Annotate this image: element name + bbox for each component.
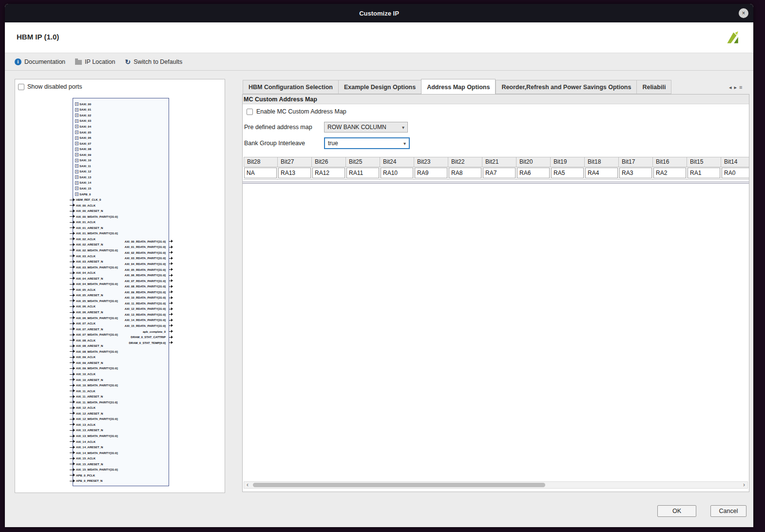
port-axi_11_wdata_parity[31:0][interactable]: AXI_11_WDATA_PARITY[31:0] (73, 399, 169, 405)
port-axi_08_wdata_parity[31:0][interactable]: AXI_08_WDATA_PARITY[31:0] (73, 349, 169, 355)
expand-plus-icon[interactable]: + (75, 175, 78, 179)
ok-button[interactable]: OK (657, 505, 696, 517)
tab-scroll-left-icon[interactable]: ◂ (729, 84, 732, 91)
port-axi_04_rdata_parity[31:0][interactable]: AXI_04_RDATA_PARITY[31:0] (73, 261, 169, 267)
port-axi_13_areset_n[interactable]: AXI_13_ARESET_N (73, 428, 169, 434)
expand-plus-icon[interactable]: + (75, 119, 78, 123)
port-saxi_08[interactable]: +SAXI_08 (73, 146, 169, 152)
port-saxi_00[interactable]: +SAXI_00 (73, 101, 169, 107)
expand-plus-icon[interactable]: + (75, 164, 78, 168)
ip-block-diagram[interactable]: +SAXI_00+SAXI_01+SAXI_02+SAXI_03+SAXI_04… (73, 98, 169, 486)
tab-hbm-configuration-selection[interactable]: HBM Configuration Selection (243, 80, 338, 94)
expand-plus-icon[interactable]: + (75, 148, 78, 151)
enable-custom-map-checkbox[interactable] (247, 109, 253, 115)
tab-reliability[interactable]: Reliabili (636, 80, 671, 94)
port-hbm_ref_clk_0[interactable]: HBM_REF_CLK_0 (73, 197, 169, 203)
port-axi_00_aclk[interactable]: AXI_00_ACLK (73, 203, 169, 209)
port-saxi_15[interactable]: +SAXI_15 (73, 186, 169, 191)
enable-custom-map-row[interactable]: Enable MC Custom Address Map (247, 108, 346, 115)
port-axi_07_rdata_parity[31:0][interactable]: AXI_07_RDATA_PARITY[31:0] (73, 278, 169, 284)
port-axi_13_aclk[interactable]: AXI_13_ACLK (73, 422, 169, 428)
port-apb_0_pclk[interactable]: APB_0_PCLK (73, 473, 169, 478)
bit-value-ra4[interactable]: RA4 (585, 168, 618, 178)
port-axi_01_aclk[interactable]: AXI_01_ACLK (73, 219, 169, 225)
expand-plus-icon[interactable]: + (75, 114, 78, 117)
bit-value-ra3[interactable]: RA3 (619, 168, 652, 178)
scrollbar-thumb[interactable] (253, 483, 545, 487)
toolbar-item-switch-to-defaults[interactable]: ↻Switch to Defaults (125, 58, 182, 65)
port-saxi_09[interactable]: +SAXI_09 (73, 152, 169, 158)
bit-value-na[interactable]: NA (244, 168, 277, 178)
show-disabled-ports-checkbox[interactable] (18, 84, 24, 90)
cancel-button[interactable]: Cancel (710, 505, 746, 517)
port-saxi_12[interactable]: +SAXI_12 (73, 169, 169, 175)
port-dram_0_stat_temp[6:0][interactable]: DRAM_0_STAT_TEMP[6:0] (73, 340, 169, 346)
port-saxi_13[interactable]: +SAXI_13 (73, 174, 169, 180)
bit-value-ra0[interactable]: RA0 (722, 168, 749, 178)
port-axi_10_wdata_parity[31:0][interactable]: AXI_10_WDATA_PARITY[31:0] (73, 382, 169, 388)
port-axi_15_rdata_parity[31:0][interactable]: AXI_15_RDATA_PARITY[31:0] (73, 323, 169, 329)
tab-reorder-refresh-power-savings[interactable]: Reorder,Refresh and Power Savings Option… (496, 80, 636, 94)
port-saxi_05[interactable]: +SAXI_05 (73, 130, 169, 135)
port-axi_08_rdata_parity[31:0][interactable]: AXI_08_RDATA_PARITY[31:0] (73, 284, 169, 289)
port-axi_13_wdata_parity[31:0][interactable]: AXI_13_WDATA_PARITY[31:0] (73, 433, 169, 439)
port-axi_09_areset_n[interactable]: AXI_09_ARESET_N (73, 360, 169, 366)
toolbar-item-documentation[interactable]: iDocumentation (15, 58, 65, 65)
port-saxi_06[interactable]: +SAXI_06 (73, 135, 169, 141)
bit-value-ra8[interactable]: RA8 (449, 168, 481, 178)
port-axi_02_rdata_parity[31:0][interactable]: AXI_02_RDATA_PARITY[31:0] (73, 250, 169, 256)
port-axi_10_rdata_parity[31:0][interactable]: AXI_10_RDATA_PARITY[31:0] (73, 295, 169, 301)
port-axi_14_wdata_parity[31:0][interactable]: AXI_14_WDATA_PARITY[31:0] (73, 450, 169, 456)
port-axi_00_areset_n[interactable]: AXI_00_ARESET_N (73, 208, 169, 214)
expand-plus-icon[interactable]: + (75, 170, 78, 173)
port-dram_0_stat_cattrip[interactable]: DRAM_0_STAT_CATTRIP (73, 334, 169, 340)
port-saxi_10[interactable]: +SAXI_10 (73, 157, 169, 163)
port-axi_00_wdata_parity[31:0][interactable]: AXI_00_WDATA_PARITY[31:0] (73, 214, 169, 220)
tab-menu-icon[interactable]: ≡ (739, 84, 742, 90)
port-axi_15_wdata_parity[31:0][interactable]: AXI_15_WDATA_PARITY[31:0] (73, 467, 169, 473)
expand-plus-icon[interactable]: + (75, 131, 78, 134)
bit-value-ra6[interactable]: RA6 (517, 168, 550, 178)
expand-plus-icon[interactable]: + (75, 142, 78, 145)
port-saxi_03[interactable]: +SAXI_03 (73, 118, 169, 124)
port-axi_10_areset_n[interactable]: AXI_10_ARESET_N (73, 377, 169, 383)
port-saxi_14[interactable]: +SAXI_14 (73, 180, 169, 186)
expand-plus-icon[interactable]: + (75, 102, 78, 106)
port-saxi_04[interactable]: +SAXI_04 (73, 124, 169, 130)
port-axi_12_aclk[interactable]: AXI_12_ACLK (73, 405, 169, 411)
port-axi_12_rdata_parity[31:0][interactable]: AXI_12_RDATA_PARITY[31:0] (73, 306, 169, 312)
port-axi_14_aclk[interactable]: AXI_14_ACLK (73, 439, 169, 445)
port-axi_09_wdata_parity[31:0][interactable]: AXI_09_WDATA_PARITY[31:0] (73, 366, 169, 372)
port-axi_14_areset_n[interactable]: AXI_14_ARESET_N (73, 444, 169, 450)
bit-value-ra11[interactable]: RA11 (346, 168, 379, 178)
port-axi_15_areset_n[interactable]: AXI_15_ARESET_N (73, 461, 169, 467)
bank-group-interleave-select[interactable]: true ▾ (324, 137, 410, 149)
expand-plus-icon[interactable]: + (75, 108, 78, 112)
port-axi_10_aclk[interactable]: AXI_10_ACLK (73, 371, 169, 377)
predefined-map-select[interactable]: ROW BANK COLUMN ▾ (324, 122, 408, 133)
port-saxi_11[interactable]: +SAXI_11 (73, 163, 169, 169)
port-axi_03_rdata_parity[31:0][interactable]: AXI_03_RDATA_PARITY[31:0] (73, 256, 169, 262)
show-disabled-ports-row[interactable]: Show disabled ports (18, 83, 82, 90)
bit-value-ra12[interactable]: RA12 (312, 168, 345, 178)
expand-plus-icon[interactable]: + (75, 159, 78, 162)
tab-example-design-options[interactable]: Example Design Options (338, 80, 421, 94)
port-axi_06_rdata_parity[31:0][interactable]: AXI_06_RDATA_PARITY[31:0] (73, 272, 169, 278)
port-axi_14_rdata_parity[31:0][interactable]: AXI_14_RDATA_PARITY[31:0] (73, 318, 169, 323)
bit-value-ra1[interactable]: RA1 (688, 168, 720, 178)
close-button[interactable]: × (739, 8, 748, 18)
port-sapb_0[interactable]: +SAPB_0 (73, 191, 169, 197)
port-axi_01_rdata_parity[31:0][interactable]: AXI_01_RDATA_PARITY[31:0] (73, 245, 169, 250)
bit-value-ra5[interactable]: RA5 (551, 168, 584, 178)
bit-value-ra10[interactable]: RA10 (381, 168, 413, 178)
port-axi_11_areset_n[interactable]: AXI_11_ARESET_N (73, 394, 169, 399)
port-axi_09_rdata_parity[31:0][interactable]: AXI_09_RDATA_PARITY[31:0] (73, 289, 169, 295)
port-axi_09_aclk[interactable]: AXI_09_ACLK (73, 355, 169, 361)
port-saxi_02[interactable]: +SAXI_02 (73, 113, 169, 118)
horizontal-scrollbar[interactable]: ‹ › (244, 481, 748, 489)
port-axi_05_rdata_parity[31:0][interactable]: AXI_05_RDATA_PARITY[31:0] (73, 267, 169, 273)
bit-value-ra7[interactable]: RA7 (483, 168, 516, 178)
port-axi_12_wdata_parity[31:0][interactable]: AXI_12_WDATA_PARITY[31:0] (73, 417, 169, 422)
expand-plus-icon[interactable]: + (75, 192, 78, 196)
port-saxi_01[interactable]: +SAXI_01 (73, 107, 169, 113)
